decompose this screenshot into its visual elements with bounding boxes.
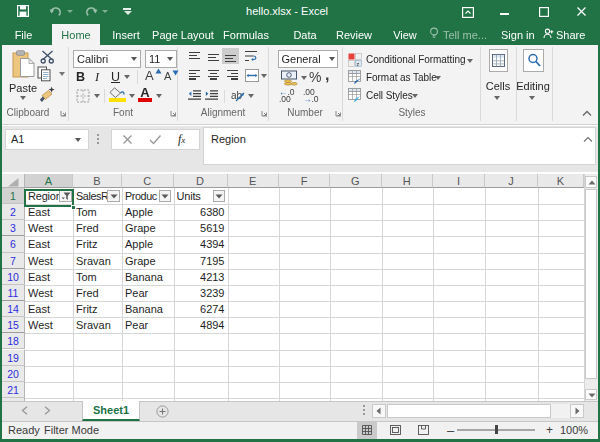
svg-text:z: z — [357, 60, 360, 66]
